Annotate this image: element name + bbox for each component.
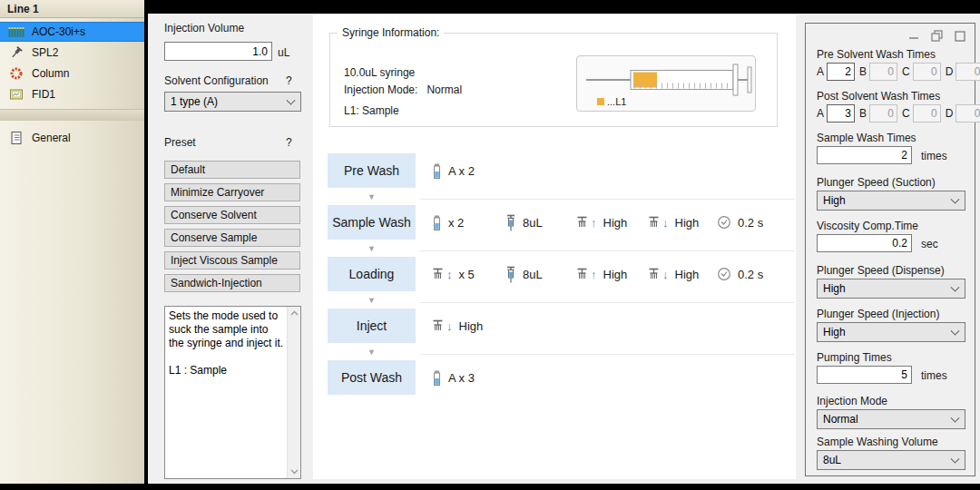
pre-solvent-wash-row: A B C D — [815, 63, 980, 81]
syringe-icon — [505, 266, 516, 283]
sample-color-swatch — [597, 98, 604, 105]
step-post-wash-button[interactable]: Post Wash — [328, 360, 416, 395]
wash-a-label: A — [817, 107, 824, 120]
wash-d-label: D — [946, 107, 954, 120]
post-wash-count: A x 3 — [448, 371, 475, 385]
pumping-times-input[interactable] — [817, 366, 912, 384]
injection-volume-input[interactable] — [164, 42, 272, 61]
plunger-down-icon — [432, 319, 445, 332]
loading-volume-setting: 8uL — [505, 266, 576, 283]
row-divider — [420, 302, 795, 303]
sidebar-item-column[interactable]: Column — [0, 64, 144, 83]
post-solvent-b-input — [869, 104, 897, 122]
row-divider — [420, 250, 795, 251]
sample-wash-volume: 8uL — [523, 216, 543, 230]
sample-washing-volume-value: 8uL — [823, 454, 841, 466]
injection-mode-select[interactable]: Normal — [817, 409, 965, 429]
plunger-down-icon — [648, 216, 661, 229]
up-down-arrow-icon — [446, 269, 453, 280]
syringe-information-groupbox: Syringe Information: 10.0uL syringe Inje… — [329, 33, 778, 127]
post-wash-vial-setting: A x 3 — [432, 370, 505, 386]
dispense-speed-value: High — [675, 216, 700, 230]
description-text: Sets the mode used to suck the sample in… — [169, 309, 284, 377]
pumping-times-label: Pumping Times — [817, 351, 892, 364]
dispense-speed-value: High — [675, 268, 700, 281]
solvent-configuration-label: Solvent Configuration — [164, 74, 269, 87]
preset-conserve-solvent-button[interactable]: Conserve Solvent — [164, 206, 300, 224]
syringe-size-text: 10.0uL syringe — [344, 66, 415, 79]
injection-volume-unit: uL — [278, 46, 289, 59]
minimize-icon[interactable] — [908, 31, 919, 42]
preset-inject-viscous-sample-button[interactable]: Inject Viscous Sample — [164, 251, 300, 270]
restore-icon[interactable] — [931, 30, 943, 42]
vial-icon — [432, 370, 442, 386]
column-icon — [6, 66, 26, 81]
preset-minimize-carryover-button[interactable]: Minimize Carryover — [164, 183, 300, 201]
injection-mode-value: Normal — [823, 413, 858, 426]
injection-mode-label: Injection Mode — [817, 395, 887, 407]
row-divider — [420, 199, 795, 200]
post-solvent-wash-row: A B C D — [815, 104, 980, 122]
viscosity-comp-time-input[interactable] — [817, 234, 912, 252]
post-solvent-c-input — [913, 104, 941, 122]
sample-wash-times-input[interactable] — [817, 146, 912, 164]
clock-icon — [717, 215, 731, 230]
suction-speed-value: High — [603, 268, 628, 281]
loading-settings-row: x 5 8uL High High 0.2 s — [432, 257, 795, 291]
loading-suction-speed: High — [576, 268, 648, 281]
preset-default-button[interactable]: Default — [164, 161, 300, 179]
post-solvent-d-input — [956, 104, 980, 122]
pre-solvent-b-input — [869, 63, 897, 81]
sidebar-item-fid1[interactable]: FID1 — [0, 84, 144, 104]
pre-wash-settings-row: A x 2 — [432, 153, 795, 188]
sidebar-item-aoc30is[interactable]: AOC-30i+s — [0, 22, 144, 42]
viscosity-comp-time-unit: sec — [921, 238, 938, 250]
up-arrow-icon — [591, 269, 597, 280]
step-inject-button[interactable]: Inject — [328, 309, 416, 343]
step-sample-wash-button[interactable]: Sample Wash — [328, 205, 416, 240]
plunger-speed-injection-value: High — [823, 326, 846, 338]
post-wash-settings-row: A x 3 — [432, 360, 795, 395]
post-solvent-wash-times-label: Post Solvent Wash Times — [817, 90, 940, 103]
solvent-configuration-select[interactable]: 1 type (A) — [164, 92, 301, 112]
step-loading-button[interactable]: Loading — [328, 257, 416, 291]
autosampler-icon — [6, 25, 26, 39]
preset-help-icon[interactable]: ? — [286, 136, 292, 149]
sidebar-item-spl2[interactable]: SPL2 — [0, 43, 144, 63]
step-pre-wash-button[interactable]: Pre Wash — [328, 153, 416, 188]
sample-wash-viscosity-time: 0.2 s — [717, 215, 763, 230]
sample-wash-vial-setting: x 2 — [432, 215, 505, 230]
post-solvent-a-input[interactable] — [827, 104, 855, 122]
pre-solvent-a-input[interactable] — [827, 63, 855, 81]
plunger-up-icon — [576, 268, 589, 280]
loading-pumping-setting: x 5 — [432, 268, 505, 281]
solvent-configuration-help-icon[interactable]: ? — [286, 74, 292, 87]
pre-wash-count: A x 2 — [448, 164, 475, 178]
scroll-down-icon — [290, 469, 299, 475]
pumping-count: x 5 — [459, 268, 475, 281]
description-box: Sets the mode used to suck the sample in… — [164, 306, 301, 479]
line1-header: Line 1 — [0, 0, 144, 18]
down-arrow-icon — [662, 269, 669, 280]
preset-label: Preset — [164, 136, 196, 149]
vial-icon — [432, 215, 442, 230]
sidebar-item-label: FID1 — [32, 88, 55, 101]
sample-washing-volume-select[interactable]: 8uL — [817, 450, 965, 470]
description-scrollbar[interactable] — [287, 307, 300, 478]
preset-sandwich-injection-button[interactable]: Sandwich-Injection — [164, 274, 300, 292]
aoc-settings-panel: Syringe Information: 10.0uL syringe Inje… — [313, 14, 796, 479]
plunger-down-icon — [648, 268, 661, 280]
syringe-information-title: Syringe Information: — [338, 26, 444, 39]
step-flow-arrow-icon: ▼ — [328, 348, 416, 357]
sidebar-item-general[interactable]: General — [0, 128, 144, 148]
wash-a-label: A — [817, 65, 824, 78]
plunger-speed-dispense-select[interactable]: High — [817, 279, 965, 299]
plunger-speed-suction-value: High — [823, 194, 846, 207]
preset-conserve-sample-button[interactable]: Conserve Sample — [164, 229, 300, 247]
plunger-speed-injection-select[interactable]: High — [817, 322, 965, 342]
maximize-icon[interactable] — [955, 31, 965, 42]
sample-wash-volume-setting: 8uL — [505, 214, 576, 231]
plunger-speed-suction-select[interactable]: High — [817, 191, 965, 211]
step-flow-arrow-icon: ▼ — [328, 192, 416, 201]
sample-wash-count: x 2 — [448, 216, 464, 230]
